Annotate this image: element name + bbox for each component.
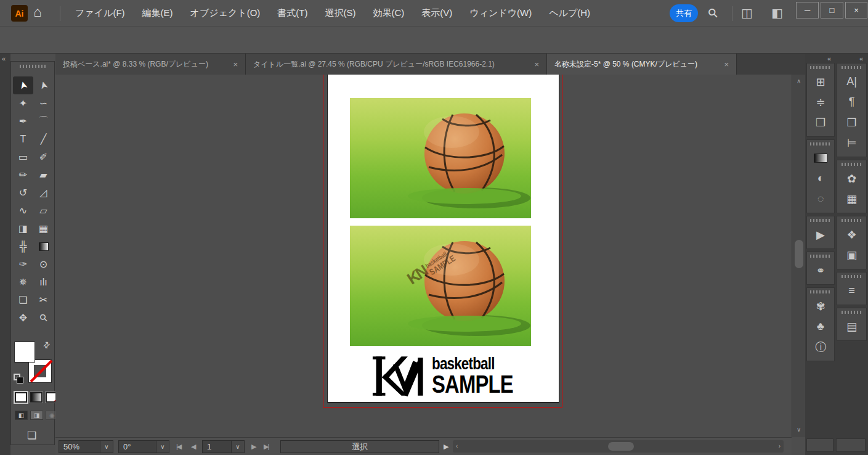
panel-grip[interactable] xyxy=(810,219,831,222)
status-options-icon[interactable]: ▶ xyxy=(444,443,447,451)
previous-artboard-icon[interactable]: ◀ xyxy=(191,443,195,451)
document-tab[interactable]: 投稿ベース.ai* @ 8.33 % (RGB/プレビュー)× xyxy=(55,54,246,75)
pen-tool-icon[interactable]: ✒ xyxy=(13,112,33,130)
brushes-panel-icon[interactable]: ✾ xyxy=(807,296,834,316)
mesh-tool-icon[interactable]: ╬ xyxy=(13,237,33,255)
draw-behind-mode-button[interactable]: ◨ xyxy=(30,411,43,420)
artboards-panel-icon[interactable]: ▣ xyxy=(837,245,866,265)
panel-grip[interactable] xyxy=(842,163,862,166)
horizontal-scrollbar[interactable]: ‹ › xyxy=(453,440,784,453)
basketball-photo-2[interactable]: KN basketball SAMPLE xyxy=(350,226,531,346)
arrange-documents-icon[interactable]: ◧ xyxy=(771,6,783,20)
panel-grip[interactable] xyxy=(810,290,831,293)
paragraph-panel-icon[interactable]: ¶ xyxy=(837,92,866,112)
links-panel-icon[interactable]: ⚭ xyxy=(807,260,834,281)
basketball-photo-1[interactable] xyxy=(350,98,531,218)
eraser-tool-icon[interactable]: ▰ xyxy=(33,166,54,184)
panel-grip[interactable] xyxy=(810,142,831,146)
collapse-panel-icon[interactable]: « xyxy=(859,55,863,63)
scroll-up-icon[interactable]: ∧ xyxy=(797,78,801,84)
hand-tool-icon[interactable]: ✥ xyxy=(13,309,33,327)
symbol-sprayer-tool-icon[interactable]: ✵ xyxy=(13,273,33,291)
perspective-grid-tool-icon[interactable]: ▦ xyxy=(33,219,54,237)
width-tool-icon[interactable]: ∿ xyxy=(13,202,33,219)
swatches-panel-icon[interactable]: ▦ xyxy=(837,189,866,209)
collapse-panel-icon[interactable]: « xyxy=(827,55,831,63)
rectangle-tool-icon[interactable]: ▭ xyxy=(13,148,33,166)
menu-item[interactable]: 書式(T) xyxy=(269,0,316,27)
panel-menu-icon[interactable]: ≡ xyxy=(837,281,866,301)
layers-panel-icon[interactable]: ❖ xyxy=(837,224,866,245)
menu-item[interactable]: 編集(E) xyxy=(134,0,182,27)
scale-tool-icon[interactable]: ◿ xyxy=(33,184,54,202)
panel-grip[interactable] xyxy=(842,66,862,69)
free-transform-tool-icon[interactable]: ▱ xyxy=(33,202,54,219)
tab-close-icon[interactable]: × xyxy=(233,60,238,69)
menu-item[interactable]: ヘルプ(H) xyxy=(540,0,599,27)
align-panel-icon[interactable]: ⊨ xyxy=(837,133,866,153)
next-artboard-icon[interactable]: ▶ xyxy=(251,443,255,451)
shape-builder-tool-icon[interactable]: ◨ xyxy=(13,219,33,237)
eyedropper-tool-icon[interactable]: ✑ xyxy=(13,255,33,273)
stroke-swatch[interactable] xyxy=(29,360,51,382)
scroll-down-icon[interactable]: ∨ xyxy=(797,426,801,433)
menu-item[interactable]: ウィンドウ(W) xyxy=(461,0,540,27)
pattern-panel-icon[interactable]: ◌ xyxy=(807,189,834,209)
projects-panel-icon[interactable]: ▤ xyxy=(837,316,866,337)
panel-grip[interactable] xyxy=(810,255,831,258)
libraries-panel-icon[interactable]: ❒ xyxy=(807,112,834,133)
document-tab[interactable]: タイトル一覧.ai @ 27.45 % (RGB/CPU プレビュー/sRGB … xyxy=(246,54,547,75)
line-segment-tool-icon[interactable]: ╱ xyxy=(33,130,54,148)
home-icon[interactable]: ⌂ xyxy=(33,4,42,20)
gradient-button[interactable] xyxy=(30,392,43,403)
blend-tool-icon[interactable]: ⊙ xyxy=(33,255,54,273)
color-panel-icon[interactable]: ✿ xyxy=(837,168,866,189)
maximize-button[interactable]: □ xyxy=(821,2,843,18)
search-icon[interactable]: ⚲ xyxy=(705,4,721,21)
actions-panel-icon[interactable]: ▶ xyxy=(807,224,834,245)
artboard-tool-icon[interactable]: ❏ xyxy=(13,291,33,309)
magic-wand-tool-icon[interactable]: ✦ xyxy=(13,94,33,112)
horizontal-scroll-thumb[interactable] xyxy=(608,442,634,451)
zoom-level-field[interactable]: 50% xyxy=(59,440,100,453)
app-icon[interactable]: Ai xyxy=(11,5,28,22)
menu-item[interactable]: 表示(V) xyxy=(413,0,461,27)
pencil-tool-icon[interactable]: ✏ xyxy=(13,166,33,184)
selection-tool-icon[interactable]: ➤ xyxy=(13,76,33,94)
type-tool-icon[interactable]: T xyxy=(13,130,33,148)
appearance-panel-icon[interactable]: ❐ xyxy=(837,112,866,133)
panel-grip[interactable] xyxy=(842,311,862,314)
tab-close-icon[interactable]: × xyxy=(724,60,729,69)
slice-tool-icon[interactable]: ✂ xyxy=(33,291,54,309)
info-panel-icon[interactable]: ⓘ xyxy=(807,337,834,357)
direct-selection-tool-icon[interactable]: ➤ xyxy=(33,76,54,94)
adjustments-panel-icon[interactable]: ≑ xyxy=(807,92,834,112)
draw-normal-mode-button[interactable]: ◧ xyxy=(15,411,28,420)
first-artboard-icon[interactable]: |◀ xyxy=(176,443,180,451)
scroll-left-icon[interactable]: ‹ xyxy=(456,443,458,449)
brand-logo[interactable]: basketball SAMPLE xyxy=(372,356,533,396)
document-tab[interactable]: 名称未設定-5* @ 50 % (CMYK/プレビュー)× xyxy=(547,54,737,75)
default-fill-stroke-icon[interactable] xyxy=(14,374,20,380)
menu-item[interactable]: ファイル(F) xyxy=(67,0,134,27)
workspace-layout-icon[interactable]: ◫ xyxy=(741,6,753,20)
paintbrush-tool-icon[interactable]: ✐ xyxy=(33,148,54,166)
gradient-tool-icon[interactable] xyxy=(33,237,54,255)
symbols-panel-icon[interactable]: ♣ xyxy=(807,316,834,337)
panel-grip[interactable] xyxy=(810,66,831,69)
zoom-tool-icon[interactable]: ⚲ xyxy=(33,309,54,327)
curvature-tool-icon[interactable]: ⌒ xyxy=(33,112,54,130)
scroll-right-icon[interactable]: › xyxy=(779,443,781,449)
last-artboard-icon[interactable]: ▶| xyxy=(264,443,268,451)
rotate-tool-icon[interactable]: ↺ xyxy=(13,184,33,202)
share-button[interactable]: 共有 xyxy=(670,4,698,22)
tab-close-icon[interactable]: × xyxy=(534,60,539,69)
lasso-tool-icon[interactable]: ∽ xyxy=(33,94,54,112)
minimize-button[interactable]: ─ xyxy=(796,2,819,18)
column-graph-tool-icon[interactable]: ılı xyxy=(33,273,54,291)
properties-panel-icon[interactable]: ⊞ xyxy=(807,72,834,92)
character-panel-icon[interactable]: A| xyxy=(837,72,866,92)
vertical-scrollbar[interactable]: ∧ ∨ xyxy=(792,75,805,437)
toolbar-grip[interactable] xyxy=(20,65,47,68)
canvas[interactable]: KN basketball SAMPLE basketball SAM xyxy=(55,75,792,437)
